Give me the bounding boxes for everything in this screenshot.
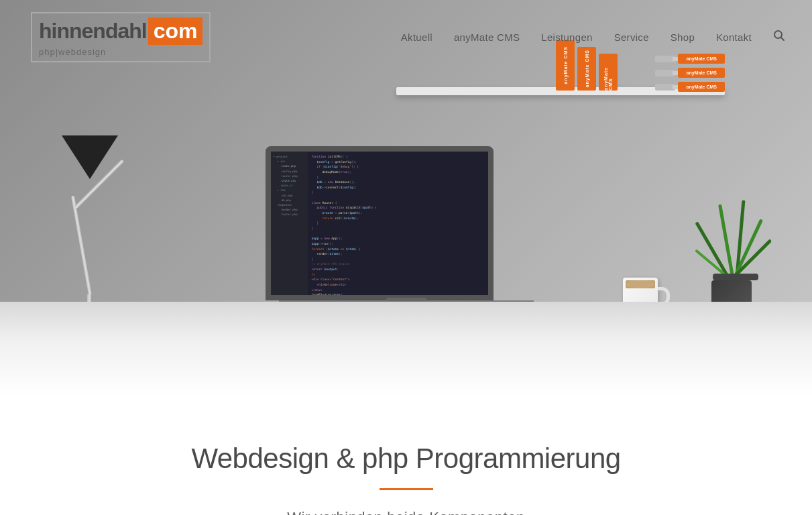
nav-aktuell[interactable]: Aktuell [401, 32, 432, 43]
logo-box: hinnendahl com php|webdesign [31, 12, 211, 62]
content-section: Webdesign & php Programmierung Wir verbi… [0, 396, 812, 515]
logo-text: hinnendahl [39, 20, 147, 42]
code-main: function initCMS() { $config = getConfig… [308, 152, 488, 295]
plant-leaves [711, 200, 765, 280]
main-heading: Webdesign & php Programmierung [27, 443, 785, 475]
search-icon[interactable] [773, 30, 785, 45]
lamp-arm-lower [71, 196, 92, 296]
mug-coffee [626, 280, 655, 288]
usb-item-3: anyMate CMS [655, 82, 725, 92]
accent-divider [380, 488, 433, 490]
sub-heading: Wir verbinden beide Komponenten [27, 509, 785, 515]
laptop-screen: ▾ project ▾ src index.php config.php rou… [266, 146, 494, 300]
svg-line-1 [781, 38, 785, 41]
laptop-hinge [386, 298, 426, 301]
code-sidebar: ▾ project ▾ src index.php config.php rou… [271, 152, 308, 295]
logo-sub: php|webdesign [39, 47, 106, 57]
desk-surface [0, 302, 812, 396]
logo-com: com [148, 17, 203, 45]
nav-shop[interactable]: Shop [671, 32, 695, 43]
logo[interactable]: hinnendahl com php|webdesign [27, 12, 211, 62]
laptop: ▾ project ▾ src index.php config.php rou… [266, 146, 547, 322]
lamp-shade [62, 135, 118, 179]
header: hinnendahl com php|webdesign Aktuell any… [0, 0, 812, 74]
nav-kontakt[interactable]: Kontakt [716, 32, 752, 43]
nav-anymate-cms[interactable]: anyMate CMS [454, 32, 520, 43]
nav-service[interactable]: Service [614, 32, 649, 43]
cms-usb-3: anyMate CMS [678, 82, 725, 92]
main-nav: Aktuell anyMate CMS Leistungen Service S… [401, 30, 785, 45]
lamp [54, 127, 134, 315]
nav-leistungen[interactable]: Leistungen [541, 32, 592, 43]
plant-rim [713, 274, 758, 280]
